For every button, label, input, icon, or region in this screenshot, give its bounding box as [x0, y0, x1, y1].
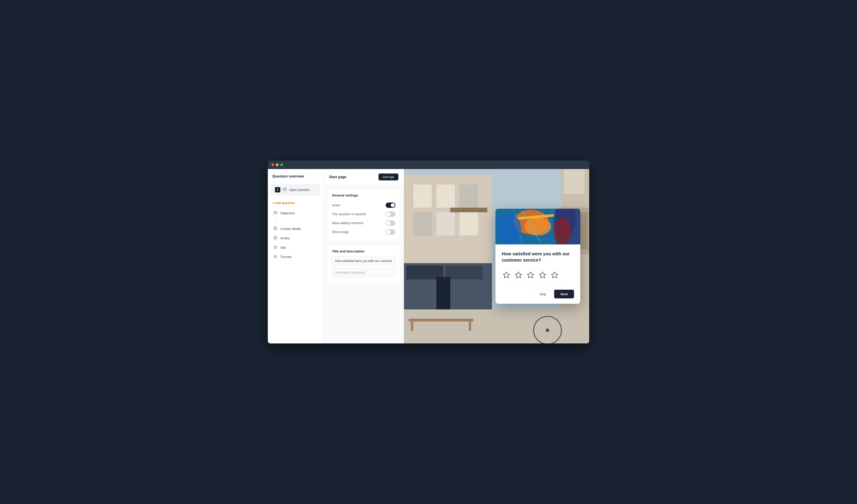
svg-point-12 — [276, 237, 276, 238]
type-contact[interactable]: Contact details — [270, 224, 321, 233]
smiley-icon — [273, 236, 278, 241]
add-question-button[interactable]: + Add question — [272, 201, 295, 205]
preview-panel: How satisfied were you with our customer… — [404, 169, 589, 344]
main-content: Question overview 1 Open question — [268, 169, 589, 344]
svg-marker-47 — [503, 272, 509, 278]
active-label: Active — [332, 203, 340, 207]
type-star[interactable]: Star — [270, 243, 321, 252]
svg-rect-26 — [450, 208, 487, 212]
svg-marker-49 — [527, 272, 534, 278]
comment-toggle[interactable] — [386, 220, 396, 226]
svg-point-11 — [275, 237, 275, 238]
svg-rect-19 — [413, 212, 432, 236]
required-label: This question is required — [332, 212, 366, 216]
title-section-heading: Title and description — [332, 249, 396, 253]
stars-rating — [502, 270, 574, 280]
svg-rect-17 — [436, 185, 455, 208]
contact-label: Contact details — [280, 227, 301, 231]
active-toggle-slider — [386, 203, 396, 208]
maximize-button[interactable] — [280, 163, 283, 166]
type-thumbs[interactable]: Thumbs — [270, 252, 321, 262]
card-body: How satisfied were you with our customer… — [495, 244, 580, 304]
type-divider — [276, 219, 276, 223]
skip-button[interactable]: Skip — [534, 290, 552, 298]
svg-point-41 — [497, 213, 521, 244]
question-item-1[interactable]: 1 Open question — [270, 184, 321, 195]
svg-rect-27 — [404, 310, 589, 344]
svg-rect-30 — [469, 321, 471, 331]
required-toggle-slider — [386, 211, 396, 217]
svg-rect-3 — [274, 211, 277, 214]
svg-rect-18 — [459, 185, 478, 208]
svg-marker-13 — [274, 245, 277, 248]
required-toggle[interactable] — [386, 211, 396, 217]
svg-rect-6 — [274, 227, 277, 230]
general-settings: General settings Active This question is… — [327, 189, 400, 241]
svg-rect-25 — [436, 277, 450, 309]
active-setting-row: Active — [332, 201, 396, 210]
svg-rect-24 — [446, 266, 483, 279]
comment-toggle-slider — [386, 220, 396, 226]
question-number: 1 — [275, 187, 280, 192]
question-type-list: Statement Contact details — [268, 207, 323, 263]
open-question-icon — [283, 188, 287, 192]
page-title: Start page — [329, 175, 346, 179]
question-title-input[interactable] — [332, 256, 396, 266]
svg-point-32 — [546, 329, 550, 332]
star-3[interactable] — [526, 270, 535, 280]
active-toggle[interactable] — [386, 203, 396, 208]
next-button[interactable]: Next — [554, 290, 574, 298]
svg-marker-51 — [552, 272, 558, 278]
star-label: Star — [280, 246, 286, 249]
required-setting-row: This question is required — [332, 210, 396, 219]
sidebar-title: Question overview — [272, 174, 304, 178]
type-smiley[interactable]: Smiley — [270, 233, 321, 243]
image-toggle[interactable] — [386, 229, 396, 234]
svg-rect-29 — [411, 321, 413, 331]
statement-label: Statement — [280, 211, 295, 215]
question-description-input[interactable] — [332, 268, 396, 277]
svg-marker-50 — [539, 272, 546, 278]
image-toggle-slider — [386, 229, 396, 234]
add-question-section: + Add question — [268, 197, 323, 207]
image-label: Show image — [332, 230, 349, 234]
star-1[interactable] — [502, 270, 511, 280]
star-4[interactable] — [538, 270, 547, 280]
center-panel: Start page Add logic General settings Ac… — [324, 169, 404, 344]
svg-rect-21 — [459, 212, 478, 236]
thumbs-icon — [273, 255, 278, 259]
survey-card: How satisfied were you with our customer… — [495, 209, 580, 304]
svg-point-44 — [554, 218, 571, 244]
svg-point-39 — [524, 218, 551, 236]
svg-rect-16 — [413, 185, 432, 208]
card-image — [495, 209, 580, 244]
sidebar-header: Question overview — [268, 169, 323, 182]
title-section: Title and description — [327, 245, 400, 284]
type-statement[interactable]: Statement — [270, 209, 321, 218]
svg-rect-20 — [436, 212, 455, 236]
smiley-label: Smiley — [280, 237, 290, 240]
contact-icon — [273, 226, 278, 231]
center-header: Start page Add logic — [324, 169, 404, 185]
close-button[interactable] — [271, 163, 274, 166]
settings-title: General settings — [332, 193, 396, 197]
star-type-icon — [273, 245, 278, 250]
minimize-button[interactable] — [276, 163, 279, 166]
svg-rect-28 — [409, 319, 474, 321]
svg-point-10 — [274, 236, 277, 239]
statement-icon — [273, 211, 278, 216]
add-logic-button[interactable]: Add logic — [379, 174, 398, 180]
card-actions: Skip Next — [502, 288, 574, 298]
titlebar — [268, 160, 589, 169]
star-2[interactable] — [514, 270, 523, 280]
svg-rect-34 — [564, 169, 585, 194]
image-setting-row: Show image — [332, 227, 396, 237]
app-window: Question overview 1 Open question — [268, 160, 589, 344]
svg-marker-48 — [515, 272, 522, 278]
card-question: How satisfied were you with our customer… — [502, 251, 574, 263]
star-5[interactable] — [550, 270, 559, 280]
sidebar: Question overview 1 Open question — [268, 169, 324, 344]
question-label: Open question — [289, 188, 309, 192]
comment-setting-row: Allow adding comment — [332, 219, 396, 227]
svg-rect-0 — [283, 188, 286, 191]
